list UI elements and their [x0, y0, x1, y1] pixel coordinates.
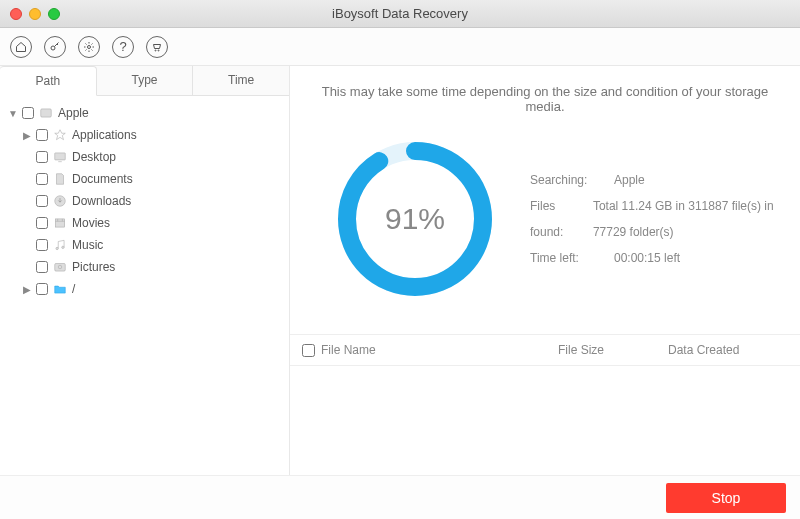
pictures-icon [52, 259, 68, 275]
table-body [290, 366, 800, 475]
found-value: Total 11.24 GB in 311887 file(s) in 7772… [593, 193, 780, 245]
tree-item[interactable]: Documents [22, 168, 281, 190]
tree-label: Apple [58, 106, 89, 120]
tree-item[interactable]: Downloads [22, 190, 281, 212]
tree-item[interactable]: ▶ Applications [22, 124, 281, 146]
toolbar: ? [0, 28, 800, 66]
folder-icon [52, 281, 68, 297]
svg-point-2 [155, 50, 156, 51]
window-controls [0, 8, 60, 20]
svg-rect-4 [41, 109, 52, 117]
tab-type[interactable]: Type [97, 66, 194, 95]
progress-donut: 91% [330, 134, 500, 304]
content: Path Type Time ▼ Apple ▶ Applications [0, 66, 800, 475]
checkbox[interactable] [36, 195, 48, 207]
tab-path[interactable]: Path [0, 66, 97, 96]
chevron-down-icon[interactable]: ▼ [8, 108, 18, 119]
tree-label: Downloads [72, 194, 131, 208]
svg-rect-5 [55, 153, 66, 160]
home-icon[interactable] [10, 36, 32, 58]
svg-rect-7 [55, 219, 64, 227]
gear-icon[interactable] [78, 36, 100, 58]
table-header: File Name File Size Data Created [290, 334, 800, 366]
progress-percent: 91% [330, 134, 500, 304]
help-icon[interactable]: ? [112, 36, 134, 58]
checkbox[interactable] [36, 239, 48, 251]
sidebar-tabs: Path Type Time [0, 66, 289, 96]
col-datecreated[interactable]: Data Created [668, 343, 788, 357]
checkbox[interactable] [36, 261, 48, 273]
checkbox[interactable] [36, 173, 48, 185]
tree-item[interactable]: Music [22, 234, 281, 256]
applications-icon [52, 127, 68, 143]
timeleft-label: Time left: [530, 245, 602, 271]
disk-icon [38, 105, 54, 121]
music-icon [52, 237, 68, 253]
svg-point-9 [62, 246, 64, 248]
desktop-icon [52, 149, 68, 165]
file-tree: ▼ Apple ▶ Applications Desktop [0, 96, 289, 475]
svg-point-1 [88, 45, 91, 48]
minimize-icon[interactable] [29, 8, 41, 20]
searching-label: Searching: [530, 167, 602, 193]
scan-progress-row: 91% Searching:Apple Files found:Total 11… [290, 124, 800, 334]
svg-point-0 [51, 46, 55, 50]
tree-item[interactable]: Pictures [22, 256, 281, 278]
svg-rect-10 [55, 264, 66, 272]
tree-label: Movies [72, 216, 110, 230]
searching-value: Apple [614, 167, 645, 193]
svg-point-3 [158, 50, 159, 51]
chevron-right-icon[interactable]: ▶ [22, 130, 32, 141]
found-label: Files found: [530, 193, 581, 245]
main-panel: This may take some time depending on the… [290, 66, 800, 475]
checkbox[interactable] [36, 129, 48, 141]
tree-label: Desktop [72, 150, 116, 164]
documents-icon [52, 171, 68, 187]
tree-label: Applications [72, 128, 137, 142]
downloads-icon [52, 193, 68, 209]
tree-label: Music [72, 238, 103, 252]
timeleft-value: 00:00:15 left [614, 245, 680, 271]
checkbox[interactable] [36, 217, 48, 229]
checkbox[interactable] [36, 283, 48, 295]
sidebar: Path Type Time ▼ Apple ▶ Applications [0, 66, 290, 475]
col-filesize[interactable]: File Size [558, 343, 668, 357]
footer: Stop [0, 475, 800, 519]
tab-time[interactable]: Time [193, 66, 289, 95]
close-icon[interactable] [10, 8, 22, 20]
tree-item[interactable]: ▶ / [22, 278, 281, 300]
key-icon[interactable] [44, 36, 66, 58]
zoom-icon[interactable] [48, 8, 60, 20]
titlebar: iBoysoft Data Recovery [0, 0, 800, 28]
chevron-right-icon[interactable]: ▶ [22, 284, 32, 295]
cart-icon[interactable] [146, 36, 168, 58]
tree-label: Pictures [72, 260, 115, 274]
col-filename[interactable]: File Name [321, 343, 376, 357]
tree-label: / [72, 282, 75, 296]
movies-icon [52, 215, 68, 231]
window-title: iBoysoft Data Recovery [0, 6, 800, 21]
svg-point-8 [56, 247, 58, 249]
tree-item[interactable]: Movies [22, 212, 281, 234]
checkbox[interactable] [36, 151, 48, 163]
stop-button[interactable]: Stop [666, 483, 786, 513]
status-message: This may take some time depending on the… [290, 66, 800, 124]
checkbox[interactable] [22, 107, 34, 119]
tree-root[interactable]: ▼ Apple [8, 102, 281, 124]
tree-item[interactable]: Desktop [22, 146, 281, 168]
select-all-checkbox[interactable] [302, 344, 315, 357]
scan-stats: Searching:Apple Files found:Total 11.24 … [530, 167, 780, 271]
tree-label: Documents [72, 172, 133, 186]
